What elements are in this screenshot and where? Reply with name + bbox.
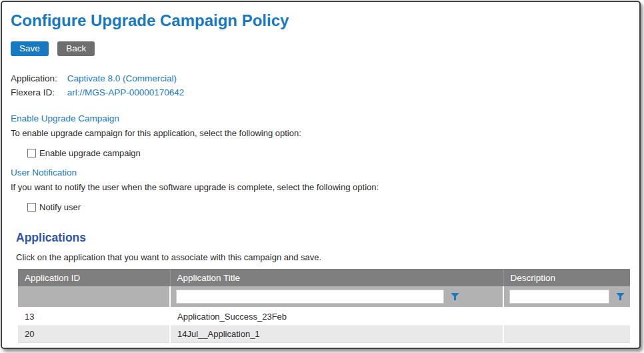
back-button[interactable]: Back	[57, 41, 95, 56]
column-header-application-id[interactable]: Application ID	[18, 269, 170, 286]
application-title-filter-cell	[170, 286, 503, 308]
column-header-description[interactable]: Description	[503, 269, 630, 286]
notify-user-checkbox-label: Notify user	[39, 202, 81, 212]
flexera-id-link[interactable]: arl://MGS-APP-00000170642	[67, 87, 185, 97]
save-button[interactable]: Save	[11, 41, 49, 56]
user-notification-description: If you want to notify the user when the …	[11, 182, 631, 192]
applications-table-filter-row	[18, 286, 630, 308]
cell-description[interactable]	[503, 308, 630, 325]
column-header-application-title[interactable]: Application Title	[170, 269, 503, 286]
enable-upgrade-campaign-description: To enable upgrade campaign for this appl…	[11, 128, 631, 138]
cell-application-title[interactable]: Application_Success_23Feb	[170, 308, 503, 325]
flexera-id-label: Flexera ID:	[11, 85, 65, 99]
notify-user-checkbox-row: Notify user	[27, 202, 631, 212]
cell-application-id[interactable]: 13	[18, 308, 170, 325]
configure-upgrade-campaign-policy-page: Configure Upgrade Campaign Policy Save B…	[1, 1, 641, 349]
enable-upgrade-campaign-checkbox[interactable]	[27, 149, 36, 157]
application-link[interactable]: Captivate 8.0 (Commercial)	[67, 73, 177, 83]
flexera-id-info-row: Flexera ID: arl://MGS-APP-00000170642	[11, 85, 631, 99]
applications-section: Applications Click on the application th…	[16, 231, 631, 343]
application-info-block: Application: Captivate 8.0 (Commercial) …	[11, 71, 631, 99]
enable-upgrade-campaign-section: Enable Upgrade Campaign To enable upgrad…	[11, 113, 631, 158]
table-row[interactable]: 20 14Jul__Application_1	[18, 325, 630, 342]
application-title-filter-icon[interactable]	[451, 292, 459, 301]
application-title-filter-input[interactable]	[176, 290, 444, 304]
applications-table: Application ID Application Title Descrip…	[18, 269, 630, 343]
applications-table-header-row: Application ID Application Title Descrip…	[18, 269, 630, 286]
cell-description[interactable]	[503, 325, 630, 342]
enable-upgrade-campaign-checkbox-row: Enable upgrade campaign	[27, 148, 631, 158]
description-filter-icon[interactable]	[616, 292, 625, 301]
user-notification-heading: User Notification	[11, 167, 631, 178]
toolbar: Save Back	[11, 41, 631, 56]
application-id-filter-cell	[18, 286, 170, 308]
page-title: Configure Upgrade Campaign Policy	[11, 11, 631, 30]
enable-upgrade-campaign-checkbox-label: Enable upgrade campaign	[39, 148, 141, 158]
cell-application-title[interactable]: 14Jul__Application_1	[170, 325, 503, 342]
table-row[interactable]: 13 Application_Success_23Feb	[18, 308, 630, 325]
description-filter-input[interactable]	[509, 290, 609, 304]
description-filter-cell	[503, 286, 630, 308]
applications-heading: Applications	[16, 231, 631, 245]
application-label: Application:	[11, 71, 65, 85]
cell-application-id[interactable]: 20	[18, 325, 170, 342]
applications-description: Click on the application that you want t…	[16, 252, 631, 262]
enable-upgrade-campaign-heading: Enable Upgrade Campaign	[11, 113, 631, 123]
user-notification-section: User Notification If you want to notify …	[11, 167, 631, 212]
application-info-row: Application: Captivate 8.0 (Commercial)	[11, 71, 631, 85]
notify-user-checkbox[interactable]	[27, 203, 36, 212]
